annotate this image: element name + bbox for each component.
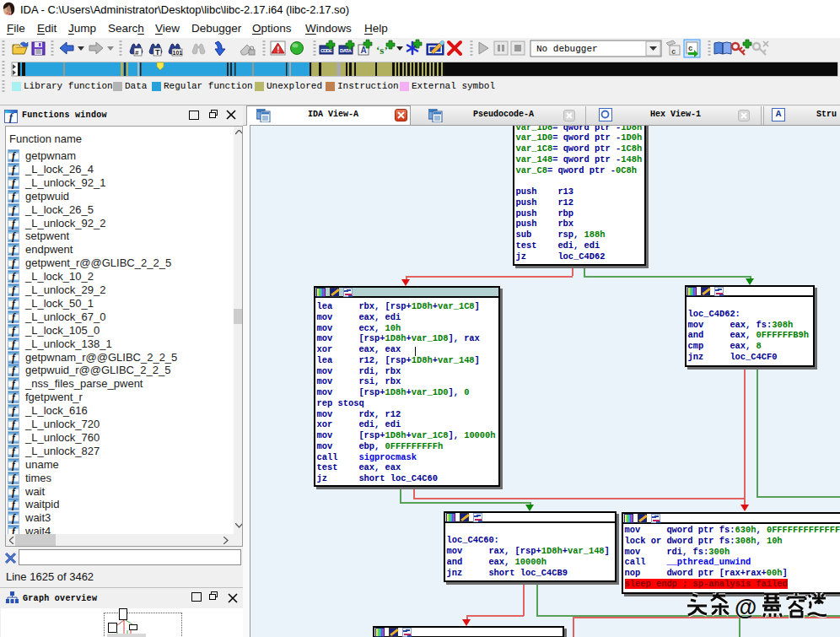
svg-text:T: T <box>155 48 160 57</box>
svg-text:@: @ <box>735 595 757 619</box>
svg-text:No debugger: No debugger <box>536 44 598 54</box>
svg-text:#: # <box>135 49 139 57</box>
svg-text:c: c <box>688 45 692 53</box>
svg-text:c: c <box>671 48 676 57</box>
svg-text:101: 101 <box>173 50 183 56</box>
svg-text:A: A <box>361 46 367 55</box>
